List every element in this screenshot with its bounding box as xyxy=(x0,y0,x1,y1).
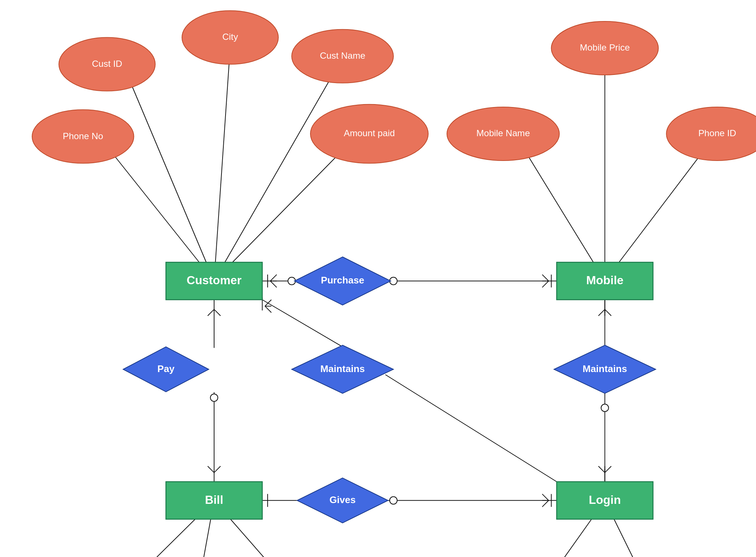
er-diagram xyxy=(0,0,756,557)
